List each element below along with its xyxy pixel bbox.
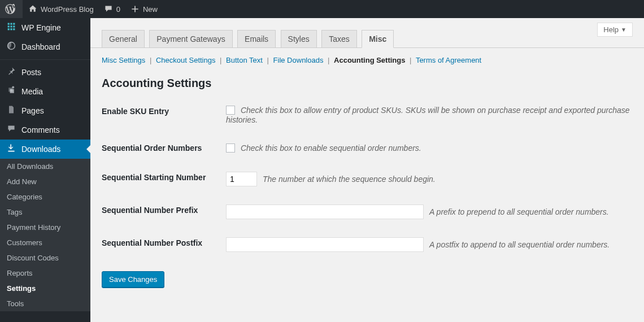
sidebar-item-label: Pages bbox=[21, 106, 44, 115]
svg-rect-5 bbox=[13, 25, 15, 27]
desc-enable-sku: Check this box to allow entry of product… bbox=[226, 106, 630, 124]
page-icon bbox=[6, 105, 17, 116]
wp-logo-menu[interactable] bbox=[0, 0, 23, 18]
sidebar-item-label: WP Engine bbox=[21, 23, 61, 32]
submenu-add-new[interactable]: Add New bbox=[0, 174, 90, 189]
input-seq-start[interactable] bbox=[226, 172, 257, 186]
submenu-customers[interactable]: Customers bbox=[0, 235, 90, 250]
site-name-label: WordPress Blog bbox=[41, 5, 94, 14]
svg-rect-7 bbox=[10, 28, 12, 30]
sidebar-item-comments[interactable]: Comments bbox=[0, 120, 90, 140]
sidebar-item-label: Downloads bbox=[21, 145, 60, 154]
sidebar-item-posts[interactable]: Posts bbox=[0, 63, 90, 82]
comments-menu[interactable]: 0 bbox=[98, 0, 125, 18]
help-toggle[interactable]: Help ▼ bbox=[597, 23, 633, 37]
submenu-tags[interactable]: Tags bbox=[0, 204, 90, 220]
submenu-settings[interactable]: Settings bbox=[0, 281, 90, 296]
svg-rect-8 bbox=[13, 28, 15, 30]
desc-sequential-orders: Check this box to enable sequential orde… bbox=[241, 143, 421, 153]
downloads-icon bbox=[6, 143, 17, 155]
settings-tabs: General Payment Gateways Emails Styles T… bbox=[90, 18, 644, 48]
submenu-categories[interactable]: Categories bbox=[0, 189, 90, 204]
sidebar-item-label: Comments bbox=[21, 125, 60, 134]
sidebar-item-pages[interactable]: Pages bbox=[0, 101, 90, 120]
sidebar-item-wp-engine[interactable]: WP Engine bbox=[0, 18, 90, 37]
main-content: Help ▼ General Payment Gateways Emails S… bbox=[90, 18, 644, 299]
pin-icon bbox=[6, 67, 17, 78]
desc-seq-postfix: A postfix to append to all sequential or… bbox=[429, 240, 610, 249]
menu-separator bbox=[0, 59, 90, 60]
submenu-reports[interactable]: Reports bbox=[0, 266, 90, 281]
label-seq-prefix: Sequential Number Prefix bbox=[102, 195, 226, 228]
desc-seq-start: The number at which the sequence should … bbox=[263, 175, 436, 184]
home-icon bbox=[27, 3, 38, 15]
misc-subnav: Misc Settings | Checkout Settings | Butt… bbox=[90, 48, 644, 67]
svg-rect-2 bbox=[13, 23, 15, 25]
media-icon bbox=[6, 86, 17, 97]
tab-payment-gateways[interactable]: Payment Gateways bbox=[149, 30, 232, 47]
svg-rect-3 bbox=[8, 25, 10, 27]
submenu-discount-codes[interactable]: Discount Codes bbox=[0, 250, 90, 266]
comments-bubble-icon bbox=[6, 124, 17, 136]
caret-down-icon: ▼ bbox=[621, 27, 626, 33]
label-seq-start: Sequential Starting Number bbox=[102, 163, 226, 195]
checkbox-sequential-orders[interactable] bbox=[226, 143, 235, 153]
input-seq-prefix[interactable] bbox=[226, 204, 424, 219]
subnav-button-text[interactable]: Button Text bbox=[226, 56, 263, 64]
subnav-misc-settings[interactable]: Misc Settings bbox=[102, 56, 145, 64]
help-label: Help bbox=[603, 25, 619, 34]
label-enable-sku: Enable SKU Entry bbox=[102, 97, 226, 133]
sidebar-item-label: Dashboard bbox=[21, 42, 60, 51]
tab-emails[interactable]: Emails bbox=[237, 30, 276, 47]
subnav-terms-of-agreement[interactable]: Terms of Agreement bbox=[416, 56, 481, 64]
submenu-payment-history[interactable]: Payment History bbox=[0, 220, 90, 235]
admin-sidebar: WP Engine Dashboard Posts Media Pages Co… bbox=[0, 18, 90, 322]
wpengine-icon bbox=[6, 22, 17, 33]
sidebar-item-dashboard[interactable]: Dashboard bbox=[0, 37, 90, 56]
sidebar-item-downloads[interactable]: Downloads bbox=[0, 140, 90, 159]
plus-icon bbox=[129, 3, 141, 15]
section-title: Accounting Settings bbox=[90, 67, 644, 92]
wordpress-icon bbox=[5, 3, 16, 15]
label-sequential-orders: Sequential Order Numbers bbox=[102, 133, 226, 163]
subnav-checkout-settings[interactable]: Checkout Settings bbox=[156, 56, 216, 64]
svg-rect-1 bbox=[10, 23, 12, 25]
subnav-accounting-settings: Accounting Settings bbox=[334, 56, 405, 64]
svg-rect-6 bbox=[8, 28, 10, 30]
admin-topbar: WordPress Blog 0 New bbox=[0, 0, 644, 18]
tab-taxes[interactable]: Taxes bbox=[321, 30, 357, 47]
svg-point-10 bbox=[12, 86, 14, 88]
dashboard-icon bbox=[6, 41, 17, 53]
submenu-tools[interactable]: Tools bbox=[0, 296, 90, 311]
tab-styles[interactable]: Styles bbox=[281, 30, 317, 47]
sidebar-item-media[interactable]: Media bbox=[0, 82, 90, 101]
sidebar-item-label: Media bbox=[21, 87, 43, 96]
checkbox-enable-sku[interactable] bbox=[226, 106, 235, 115]
site-name-menu[interactable]: WordPress Blog bbox=[23, 0, 98, 18]
sidebar-item-label: Posts bbox=[21, 68, 41, 77]
input-seq-postfix[interactable] bbox=[226, 237, 424, 252]
save-button[interactable]: Save Changes bbox=[102, 271, 164, 288]
new-label: New bbox=[143, 5, 158, 14]
settings-form-table: Enable SKU Entry Check this box to allow… bbox=[102, 97, 633, 261]
subnav-file-downloads[interactable]: File Downloads bbox=[273, 56, 324, 64]
comments-count: 0 bbox=[116, 5, 120, 14]
comment-icon bbox=[103, 3, 114, 15]
submenu-all-downloads[interactable]: All Downloads bbox=[0, 159, 90, 174]
tab-misc[interactable]: Misc bbox=[362, 30, 394, 48]
desc-seq-prefix: A prefix to prepend to all sequential or… bbox=[429, 207, 609, 216]
svg-rect-4 bbox=[10, 25, 12, 27]
new-content-menu[interactable]: New bbox=[125, 0, 162, 18]
tab-general[interactable]: General bbox=[102, 30, 145, 47]
svg-rect-0 bbox=[8, 23, 10, 25]
label-seq-postfix: Sequential Number Postfix bbox=[102, 228, 226, 261]
